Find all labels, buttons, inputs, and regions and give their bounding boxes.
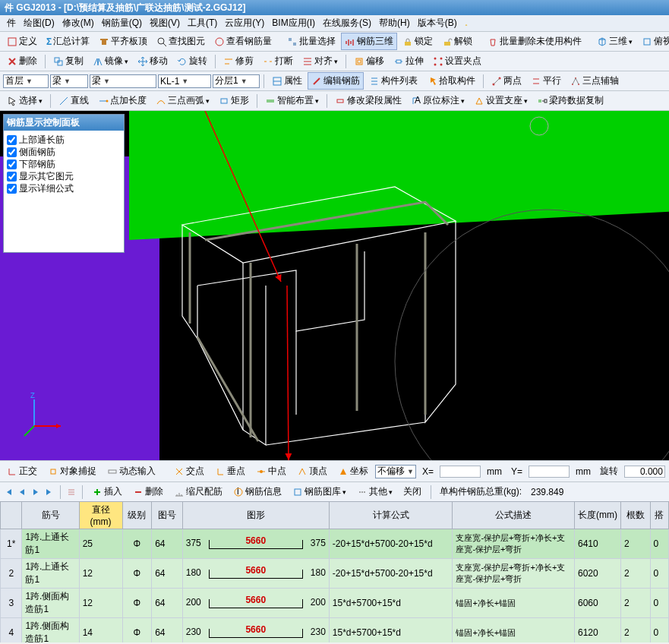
col-len[interactable]: 长度(mm) — [574, 502, 620, 529]
menu-help[interactable]: 帮助(H) — [375, 17, 414, 30]
first-icon[interactable] — [3, 487, 14, 497]
define-button[interactable]: 定义 — [3, 33, 41, 50]
cell-grade[interactable]: Φ — [122, 618, 152, 643]
cell-desc[interactable]: 锚固+净长+锚固 — [453, 589, 575, 618]
arc3-button[interactable]: 三点画弧▾ — [152, 92, 213, 109]
cell-name[interactable]: 1跨.上通长筋1 — [22, 559, 79, 589]
rect-button[interactable]: 矩形 — [215, 92, 253, 109]
cell-lap[interactable]: 0 — [650, 618, 668, 643]
row-number[interactable]: 1* — [1, 529, 22, 559]
snap-seat[interactable]: 坐标 — [334, 462, 372, 480]
snap-cross[interactable]: 交点 — [170, 462, 208, 480]
align-button[interactable]: 对齐▾ — [298, 52, 342, 70]
copy-button[interactable]: 复制 — [49, 52, 87, 70]
row-delete-button[interactable]: 删除 — [129, 483, 167, 500]
sum-button[interactable]: Σ 汇总计算 — [43, 33, 93, 50]
cell-desc[interactable]: 锚固+净长+锚固 — [453, 618, 575, 643]
three-aux-button[interactable]: 三点辅轴 — [566, 72, 623, 90]
col-grade[interactable]: 级别 — [122, 502, 152, 529]
next-icon[interactable] — [30, 487, 41, 497]
mod-segment-button[interactable]: 修改梁段属性 — [331, 92, 406, 109]
member-list-button[interactable]: 构件列表 — [365, 72, 421, 90]
copy-span-button[interactable]: 梁跨数据复制 — [533, 92, 607, 109]
cell-grade[interactable]: Φ — [122, 589, 152, 618]
cell-count[interactable]: 2 — [620, 529, 650, 559]
cell-grade[interactable]: Φ — [122, 559, 152, 589]
snap-perp[interactable]: 垂点 — [211, 462, 249, 480]
chk-detail[interactable]: 显示详细公式 — [7, 182, 121, 194]
batch-delete-button[interactable]: 批量删除未使用构件 — [484, 33, 585, 50]
rebar-3d-button[interactable]: 钢筋三维 — [341, 33, 397, 50]
viewport-3d[interactable]: 钢筋显示控制面板 上部通长筋 侧面钢筋 下部钢筋 显示其它图元 显示详细公式 z — [0, 111, 669, 460]
cell-desc[interactable]: 支座宽-保护层+弯折+净长+支座宽-保护层+弯折 — [453, 559, 575, 589]
rebar-close-button[interactable]: 关闭 — [399, 483, 425, 500]
align-top-button[interactable]: 平齐板顶 — [95, 33, 151, 50]
col-count[interactable]: 根数 — [620, 502, 650, 529]
cell-len[interactable]: 6060 — [574, 589, 620, 618]
lock-button[interactable]: 锁定 — [399, 33, 437, 50]
chk-side[interactable]: 侧面钢筋 — [7, 146, 121, 158]
menu-modify[interactable]: 修改(M) — [58, 17, 98, 30]
snap-toggle[interactable]: 对象捕捉 — [44, 462, 100, 480]
snap-apex[interactable]: 顶点 — [293, 462, 331, 480]
cell-count[interactable]: 2 — [620, 618, 650, 643]
move-button[interactable]: 移动 — [134, 52, 172, 70]
snap-mid[interactable]: 中点 — [252, 462, 290, 480]
member-select[interactable]: KL-1▼ — [158, 74, 211, 88]
col-desc[interactable]: 公式描述 — [453, 502, 575, 529]
menu-version[interactable]: 版本号(B) — [414, 17, 461, 30]
cell-shapeno[interactable]: 64 — [152, 559, 183, 589]
col-lap[interactable]: 搭 — [650, 502, 668, 529]
col-formula[interactable]: 计算公式 — [329, 502, 453, 529]
menu-online[interactable]: 在线服务(S) — [319, 17, 375, 30]
stretch-button[interactable]: 拉伸 — [390, 52, 428, 70]
mode-3d-button[interactable]: 三维▾ — [593, 33, 636, 50]
cell-shapeno[interactable]: 64 — [152, 618, 183, 643]
menu-rebar[interactable]: 钢筋量(Q) — [98, 17, 146, 30]
category-select[interactable]: 梁▼ — [50, 74, 88, 88]
rotate-button[interactable]: 旋转 — [173, 52, 211, 70]
cell-shapeno[interactable]: 64 — [152, 529, 183, 559]
rebar-lib-button[interactable]: 钢筋图库▾ — [289, 483, 350, 500]
cell-grade[interactable]: Φ — [122, 529, 152, 559]
rebar-table[interactable]: 筋号 直径(mm) 级别 图号 图形 计算公式 公式描述 长度(mm) 根数 搭… — [0, 501, 669, 642]
cell-shape[interactable]: 3755660375 — [182, 529, 329, 559]
col-rownum[interactable] — [1, 502, 22, 529]
two-point-button[interactable]: 两点 — [488, 72, 525, 90]
pick-member-button[interactable]: 拾取构件 — [423, 72, 479, 90]
addlen-button[interactable]: 点加长度 — [94, 92, 150, 109]
row-number[interactable]: 4 — [1, 618, 22, 643]
level-select[interactable]: 分层1▼ — [213, 74, 260, 88]
cell-len[interactable]: 6410 — [574, 529, 620, 559]
rot-input[interactable] — [624, 466, 665, 478]
smart-arrange-button[interactable]: 智能布置▾ — [261, 92, 323, 109]
row-number[interactable]: 3 — [1, 589, 22, 618]
parallel-button[interactable]: 平行 — [527, 72, 565, 90]
cell-lap[interactable]: 0 — [650, 589, 668, 618]
line-button[interactable]: 直线 — [55, 92, 93, 109]
cell-shape[interactable]: 2005660200 — [182, 589, 329, 618]
find-button[interactable]: 查找图元 — [153, 33, 209, 50]
cell-desc[interactable]: 支座宽-保护层+弯折+净长+支座宽-保护层+弯折 — [453, 529, 575, 559]
menu-file[interactable]: 件 — [3, 17, 20, 30]
row-insert-button[interactable]: 插入 — [88, 483, 126, 500]
delete-button[interactable]: 删除 — [3, 52, 41, 70]
batch-select-button[interactable]: 批量选择 — [283, 33, 339, 50]
hat-icon[interactable] — [461, 18, 472, 29]
cell-count[interactable]: 2 — [620, 589, 650, 618]
cell-formula[interactable]: -20+15*d+5700-20+15*d — [329, 529, 453, 559]
dyn-input-toggle[interactable]: 动态输入 — [103, 462, 159, 480]
col-shape[interactable]: 图形 — [182, 502, 329, 529]
check-rebar-button[interactable]: 查看钢筋量 — [210, 33, 276, 50]
col-name[interactable]: 筋号 — [22, 502, 79, 529]
cell-dia[interactable]: 25 — [79, 529, 122, 559]
floor-select[interactable]: 首层▼ — [3, 74, 49, 88]
rebar-other-button[interactable]: 其他▾ — [353, 483, 396, 500]
property-button[interactable]: 属性 — [268, 72, 306, 90]
cell-count[interactable]: 2 — [620, 559, 650, 589]
cell-dia[interactable]: 12 — [79, 559, 122, 589]
menu-cloud[interactable]: 云应用(Y) — [221, 17, 268, 30]
select-button[interactable]: 选择▾ — [3, 92, 46, 109]
col-dia[interactable]: 直径(mm) — [79, 502, 122, 529]
cell-shape[interactable]: 1805660180 — [182, 559, 329, 589]
